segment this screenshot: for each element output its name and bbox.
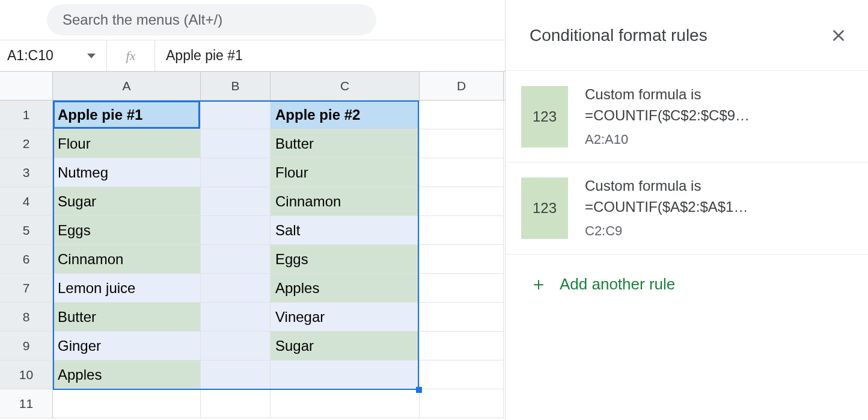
cell[interactable] xyxy=(53,389,201,418)
rule-preview-swatch: 123 xyxy=(521,86,568,147)
column-header-C[interactable]: C xyxy=(270,72,420,100)
cell[interactable]: Cinnamon xyxy=(270,187,420,216)
cell[interactable] xyxy=(201,187,270,216)
conditional-format-panel: Conditional format rules 123Custom formu… xyxy=(505,0,868,420)
cell[interactable] xyxy=(201,360,270,389)
cell[interactable]: Lemon juice xyxy=(53,274,201,303)
cell[interactable] xyxy=(201,303,270,332)
cell[interactable] xyxy=(201,332,270,360)
table-row: 8ButterVinegar xyxy=(0,303,505,332)
row-header[interactable]: 4 xyxy=(0,187,53,216)
cell[interactable] xyxy=(201,129,270,158)
cell[interactable]: Sugar xyxy=(53,187,201,216)
cell[interactable]: Sugar xyxy=(270,332,420,360)
table-row: 2FlourButter xyxy=(0,129,505,158)
panel-title: Conditional format rules xyxy=(530,26,708,45)
cell[interactable] xyxy=(201,274,270,303)
panel-header: Conditional format rules xyxy=(506,0,868,71)
cell[interactable] xyxy=(420,129,504,158)
plus-icon: ＋ xyxy=(530,275,548,293)
table-row: 6CinnamonEggs xyxy=(0,245,505,274)
cell[interactable]: Apple pie #1 xyxy=(53,100,201,129)
cell[interactable]: Nutmeg xyxy=(53,158,201,187)
table-row: 1Apple pie #1Apple pie #2 xyxy=(0,100,505,129)
close-icon[interactable] xyxy=(831,28,846,43)
row-header[interactable]: 9 xyxy=(0,332,53,360)
fill-handle[interactable] xyxy=(416,387,422,393)
row-header[interactable]: 2 xyxy=(0,129,53,158)
table-row: 10Apples xyxy=(0,360,505,389)
cell[interactable]: Eggs xyxy=(270,245,420,274)
fx-icon: fx xyxy=(107,40,155,71)
format-rule[interactable]: 123Custom formula is=COUNTIF($A$2:$A$1…C… xyxy=(506,162,868,254)
cell[interactable]: Cinnamon xyxy=(53,245,201,274)
table-row: 3NutmegFlour xyxy=(0,158,505,187)
cell[interactable] xyxy=(420,100,504,129)
row-header[interactable]: 8 xyxy=(0,303,53,332)
table-row: 5EggsSalt xyxy=(0,216,505,245)
cell[interactable] xyxy=(420,303,504,332)
select-all-corner[interactable] xyxy=(0,72,53,100)
row-header[interactable]: 5 xyxy=(0,216,53,245)
spreadsheet-grid[interactable]: A B C D 1Apple pie #1Apple pie #22FlourB… xyxy=(0,72,505,420)
cell[interactable] xyxy=(270,360,420,389)
cell[interactable] xyxy=(420,158,504,187)
cell[interactable] xyxy=(420,216,504,245)
cell[interactable]: Apple pie #2 xyxy=(270,100,420,129)
cell[interactable]: Apples xyxy=(53,360,201,389)
cell[interactable]: Eggs xyxy=(53,216,201,245)
column-headers: A B C D xyxy=(0,72,505,100)
search-placeholder: Search the menus (Alt+/) xyxy=(63,11,222,28)
row-header[interactable]: 10 xyxy=(0,360,53,389)
cell[interactable]: Vinegar xyxy=(270,303,420,332)
cell[interactable] xyxy=(420,274,504,303)
table-row: 11 xyxy=(0,389,505,418)
cell[interactable] xyxy=(420,187,504,216)
row-header[interactable]: 7 xyxy=(0,274,53,303)
table-row: 4SugarCinnamon xyxy=(0,187,505,216)
name-box-dropdown-icon[interactable] xyxy=(87,54,96,58)
workspace: A B C D 1Apple pie #1Apple pie #22FlourB… xyxy=(0,72,868,420)
column-header-A[interactable]: A xyxy=(53,72,201,100)
cell[interactable]: Salt xyxy=(270,216,420,245)
row-header[interactable]: 11 xyxy=(0,389,53,418)
add-rule-label: Add another rule xyxy=(560,275,675,294)
cell[interactable] xyxy=(201,216,270,245)
name-box[interactable]: A1:C10 xyxy=(0,40,107,71)
cell[interactable] xyxy=(420,332,504,360)
cell[interactable] xyxy=(201,245,270,274)
row-header[interactable]: 1 xyxy=(0,100,53,129)
cell[interactable] xyxy=(201,100,270,129)
table-row: 9GingerSugar xyxy=(0,332,505,360)
column-header-B[interactable]: B xyxy=(201,72,270,100)
cell[interactable] xyxy=(420,389,504,418)
add-rule-button[interactable]: ＋ Add another rule xyxy=(506,255,868,314)
cell[interactable]: Butter xyxy=(270,129,420,158)
cell[interactable] xyxy=(201,389,270,418)
cell[interactable]: Flour xyxy=(270,158,420,187)
cell[interactable]: Butter xyxy=(53,303,201,332)
table-row: 7Lemon juiceApples xyxy=(0,274,505,303)
rule-description: Custom formula is=COUNTIF($A$2:$A$1…C2:C… xyxy=(585,176,748,240)
menu-search-input[interactable]: Search the menus (Alt+/) xyxy=(47,4,376,36)
cell[interactable] xyxy=(270,389,420,418)
name-box-value: A1:C10 xyxy=(7,48,53,64)
cell[interactable] xyxy=(420,360,504,389)
formula-input[interactable]: Apple pie #1 xyxy=(155,48,243,64)
row-header[interactable]: 6 xyxy=(0,245,53,274)
format-rule[interactable]: 123Custom formula is=COUNTIF($C$2:$C$9…A… xyxy=(506,71,868,162)
rule-preview-swatch: 123 xyxy=(521,178,568,239)
row-header[interactable]: 3 xyxy=(0,158,53,187)
cell[interactable] xyxy=(201,158,270,187)
rule-description: Custom formula is=COUNTIF($C$2:$C$9…A2:A… xyxy=(585,84,750,149)
column-header-D[interactable]: D xyxy=(420,72,504,100)
cell[interactable]: Flour xyxy=(53,129,201,158)
cell[interactable]: Apples xyxy=(270,274,420,303)
cell[interactable]: Ginger xyxy=(53,332,201,360)
cell[interactable] xyxy=(420,245,504,274)
